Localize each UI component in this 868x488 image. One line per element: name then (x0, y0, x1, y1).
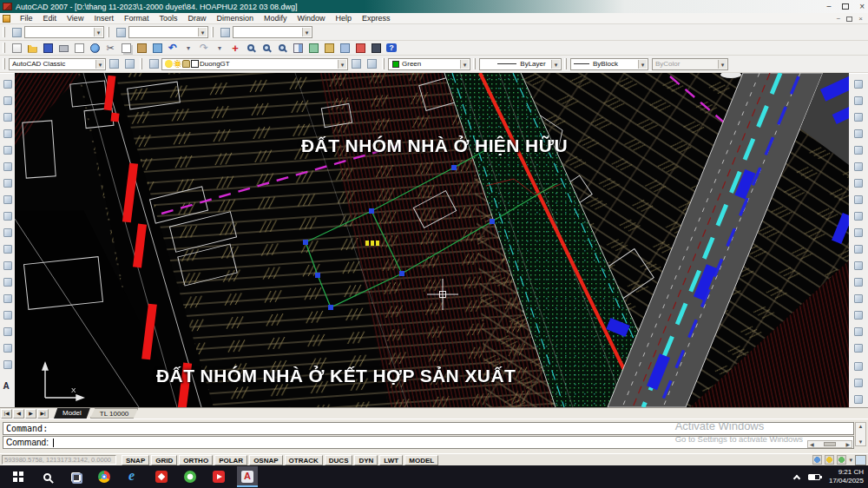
draw-order-front-icon[interactable] (852, 358, 865, 374)
spline-icon[interactable] (1, 208, 15, 224)
tab-layout-tl10000[interactable]: TL 10000 (90, 408, 139, 419)
redo-icon[interactable] (196, 42, 212, 55)
zoom-previous-icon[interactable] (274, 42, 290, 55)
dim-style-icon[interactable] (113, 26, 128, 39)
toolbar-grip[interactable] (211, 27, 214, 38)
text-style-icon[interactable] (9, 26, 24, 39)
plot-preview-icon[interactable] (71, 42, 87, 55)
communication-center-icon[interactable] (812, 455, 822, 465)
menu-draw[interactable]: Draw (182, 13, 211, 24)
maximize-icon[interactable] (842, 3, 849, 10)
minimize-icon[interactable]: − (826, 3, 832, 11)
layer-combo[interactable]: DuongGT ▾ (161, 58, 348, 70)
toolbar-grip[interactable] (107, 27, 109, 38)
toggle-ortho[interactable]: ORTHO (179, 455, 213, 465)
draw-order-above-icon[interactable] (852, 391, 865, 407)
extend-icon[interactable] (852, 241, 865, 257)
fillet-icon[interactable] (852, 323, 865, 340)
layer-previous-icon[interactable] (348, 57, 364, 70)
menu-edit[interactable]: Edit (38, 13, 62, 24)
toggle-osnap[interactable]: OSNAP (249, 455, 282, 465)
menu-file[interactable]: File (15, 13, 38, 24)
plot-icon[interactable] (56, 42, 71, 55)
status-tray-icon[interactable] (837, 455, 846, 465)
toolbar-grip[interactable] (3, 58, 5, 69)
linetype-combo[interactable]: ByLayer▾ (479, 58, 562, 70)
command-input-line[interactable]: Command: (3, 436, 854, 449)
toggle-polar[interactable]: POLAR (214, 455, 247, 465)
menu-window[interactable]: Window (293, 13, 331, 24)
join-icon[interactable] (852, 290, 865, 307)
start-icon[interactable] (8, 466, 29, 487)
open-icon[interactable] (24, 42, 40, 55)
copy-icon[interactable] (852, 92, 865, 109)
erase-icon[interactable] (852, 76, 865, 92)
dim-style-combo[interactable]: ▾ (128, 26, 208, 38)
menu-view[interactable]: View (62, 13, 89, 24)
toolbar-grip[interactable] (3, 43, 5, 52)
table-icon[interactable] (1, 356, 15, 373)
layer-states-icon[interactable] (364, 57, 379, 70)
move-icon[interactable] (852, 158, 865, 175)
app-green-icon[interactable] (180, 466, 201, 487)
offset-icon[interactable] (852, 125, 865, 142)
doc-minimize-icon[interactable]: − (837, 15, 841, 23)
toggle-ducs[interactable]: DUCS (325, 455, 353, 465)
construction-line-icon[interactable] (1, 92, 15, 109)
app-red-icon[interactable] (151, 466, 172, 487)
explode-icon[interactable] (852, 340, 865, 356)
toolbar-grip[interactable] (382, 58, 385, 69)
task-view-icon[interactable] (65, 466, 86, 487)
menu-insert[interactable]: Insert (89, 13, 119, 24)
copy-clip-icon[interactable] (118, 42, 134, 55)
break-icon[interactable] (852, 274, 865, 290)
tab-prev-icon[interactable]: ◀ (13, 409, 24, 419)
toggle-grid[interactable]: GRID (151, 455, 177, 465)
menu-help[interactable]: Help (331, 13, 358, 24)
command-scrollbar-horizontal[interactable]: ◀▶ (807, 440, 852, 448)
cut-icon[interactable] (102, 42, 118, 55)
designcenter-icon[interactable] (306, 42, 321, 55)
gradient-icon[interactable] (1, 323, 15, 340)
array-icon[interactable] (852, 142, 865, 158)
tray-clock[interactable]: 9:21 CH 17/04/2025 (829, 468, 864, 485)
tab-first-icon[interactable]: |◀ (1, 409, 12, 419)
toolbar-grip[interactable] (3, 27, 5, 38)
ellipse-arc-icon[interactable] (1, 241, 15, 257)
layer-freeze-icon[interactable] (174, 60, 181, 68)
workspace-combo[interactable]: AutoCAD Classic▾ (9, 58, 106, 70)
tab-model[interactable]: Model (54, 408, 90, 419)
menu-express[interactable]: Express (357, 13, 396, 24)
title-bar[interactable]: AutoCAD 2007 - [D:\thang 11-2023\1-2000 … (0, 0, 868, 13)
zoom-realtime-icon[interactable] (243, 42, 259, 55)
menu-format[interactable]: Format (119, 13, 155, 24)
status-menu-arrow-icon[interactable]: ▾ (849, 457, 852, 464)
toolbar-lock-icon[interactable] (825, 455, 834, 465)
search-icon[interactable] (36, 466, 57, 487)
quickcalc-icon[interactable] (368, 42, 384, 55)
layer-lock-icon[interactable] (182, 60, 190, 68)
menu-modify[interactable]: Modify (259, 13, 293, 24)
ie-icon[interactable] (122, 466, 143, 487)
break-at-point-icon[interactable] (852, 257, 865, 274)
tray-chevron-icon[interactable] (793, 474, 800, 481)
properties-icon[interactable] (290, 42, 306, 55)
my-workspace-icon[interactable] (122, 57, 137, 70)
point-icon[interactable] (1, 290, 15, 307)
toolbar-grip[interactable] (140, 58, 142, 69)
arc-icon[interactable] (1, 158, 15, 175)
pan-realtime-icon[interactable] (227, 42, 243, 55)
drawing-canvas[interactable]: X ĐẤT NHÓM NHÀ Ở HIỆN HỮU ĐẤT NHÓM NHÀ Ở… (15, 73, 849, 407)
undo-list-icon[interactable] (181, 42, 196, 55)
match-properties-icon[interactable] (149, 42, 165, 55)
stretch-icon[interactable] (852, 208, 865, 224)
redo-list-icon[interactable] (212, 42, 227, 55)
tab-last-icon[interactable]: ▶| (37, 409, 49, 419)
menu-dimension[interactable]: Dimension (211, 13, 259, 24)
toggle-otrack[interactable]: OTRACK (285, 455, 323, 465)
rotate-icon[interactable] (852, 175, 865, 191)
ellipse-icon[interactable] (1, 224, 15, 241)
draw-order-back-icon[interactable] (852, 374, 865, 391)
circle-icon[interactable] (1, 175, 15, 191)
trim-icon[interactable] (852, 224, 865, 241)
